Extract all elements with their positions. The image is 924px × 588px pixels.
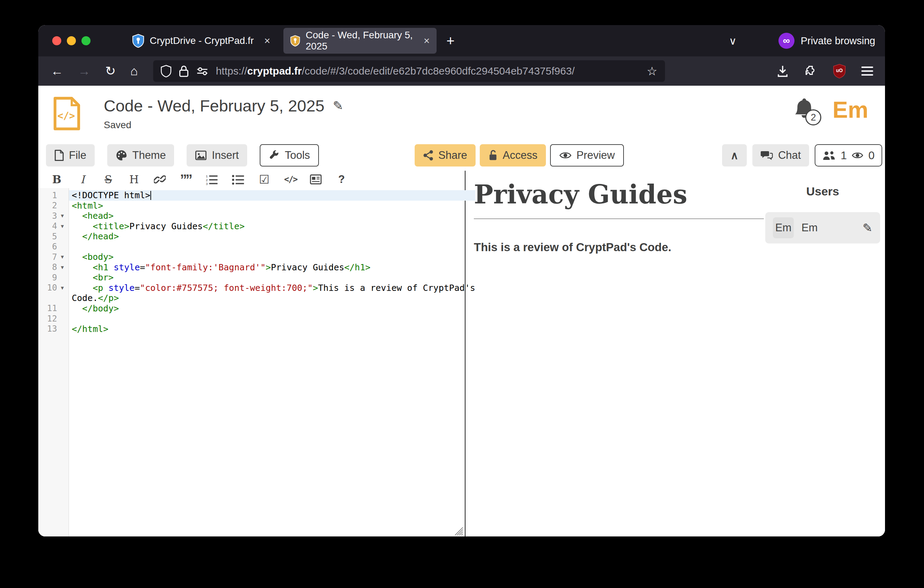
tab-cryptdrive[interactable]: CryptDrive - CryptPad.fr ×	[125, 28, 277, 54]
code-line[interactable]: </html>	[69, 324, 475, 334]
code-line[interactable]: <title>Privacy Guides</title>	[69, 221, 475, 232]
url-bar[interactable]: https://cryptpad.fr/code/#/3/code/edit/e…	[153, 60, 665, 82]
minimize-window-button[interactable]	[67, 36, 76, 45]
file-menu-button[interactable]: File	[46, 144, 95, 167]
svg-text:3: 3	[206, 182, 208, 185]
bookmark-star-icon[interactable]: ☆	[647, 64, 657, 78]
code-line[interactable]: <!DOCTYPE html>	[69, 190, 475, 201]
image-icon	[195, 150, 207, 160]
private-browsing-icon: ∞	[779, 33, 794, 49]
preview-paragraph: This is a review of CryptPad's Code.	[474, 241, 764, 254]
code-line[interactable]	[69, 242, 475, 252]
menu-hamburger-icon[interactable]	[861, 64, 873, 78]
code-line[interactable]: <h1 style="font-family:'Bagnard'">Privac…	[69, 262, 475, 273]
code-editor[interactable]: 123▾4▾567▾8▾910▾111213 <!DOCTYPE html><h…	[38, 188, 465, 537]
code-line[interactable]: Code.</p>	[69, 293, 475, 304]
tab-code[interactable]: Code - Wed, February 5, 2025 ×	[284, 28, 437, 54]
user-list-item[interactable]: Em Em ✎	[765, 212, 880, 243]
forward-button[interactable]: →	[78, 64, 91, 78]
window-controls[interactable]	[38, 36, 97, 45]
user-avatar[interactable]: Em	[832, 98, 868, 121]
code-editor-pane: B I S H ”” 123 ☑ </> ? 123▾4▾567▾8▾910▾1…	[38, 171, 465, 537]
code-line[interactable]: <p style="color:#757575; font-weight:700…	[69, 283, 475, 293]
tracking-shield-icon[interactable]	[161, 65, 171, 77]
code-line[interactable]: <br>	[69, 273, 475, 283]
unordered-list-icon[interactable]	[232, 174, 244, 185]
theme-menu-button[interactable]: Theme	[107, 144, 174, 167]
file-icon	[54, 149, 64, 161]
share-button[interactable]: Share	[415, 144, 475, 167]
heading-icon[interactable]: H	[128, 173, 140, 186]
lock-icon[interactable]	[179, 65, 189, 77]
cryptpad-gold-shield-icon	[290, 34, 300, 48]
cryptpad-blue-shield-icon	[132, 34, 144, 48]
cryptpad-app: </> Code - Wed, February 5, 2025 ✎ Saved…	[38, 86, 885, 537]
rename-pencil-icon[interactable]: ✎	[333, 99, 343, 113]
bold-icon[interactable]: B	[51, 173, 63, 186]
edit-name-pencil-icon[interactable]: ✎	[863, 221, 873, 235]
chat-bubbles-icon	[761, 150, 773, 161]
collapse-toolbar-button[interactable]: ∧	[722, 144, 747, 167]
svg-text:2: 2	[206, 178, 208, 182]
palette-icon	[116, 149, 127, 161]
back-button[interactable]: ←	[51, 64, 63, 78]
userlist-toggle-button[interactable]: 1 0	[815, 144, 882, 167]
chat-button[interactable]: Chat	[752, 144, 809, 167]
tab-label: Code - Wed, February 5, 2025	[306, 30, 413, 52]
italic-icon[interactable]: I	[77, 173, 88, 186]
help-icon[interactable]: ?	[336, 173, 347, 186]
blockquote-icon[interactable]: ””	[180, 172, 191, 187]
wrench-icon	[269, 150, 280, 161]
embed-newspaper-icon[interactable]	[310, 174, 322, 185]
chevron-up-icon: ∧	[731, 149, 738, 162]
gutter: 123▾4▾567▾8▾910▾111213	[38, 188, 69, 537]
editors-count: 1	[840, 149, 847, 162]
zoom-window-button[interactable]	[81, 36, 91, 45]
tab-list-chevron-icon[interactable]: ∨	[729, 35, 737, 47]
reload-button[interactable]: ↻	[105, 64, 116, 78]
tab-close-icon[interactable]: ×	[424, 35, 430, 47]
browser-navbar: ← → ↻ ⌂ https://cryptpad.fr/code/#/3/cod…	[38, 56, 885, 86]
viewers-eye-icon	[851, 151, 863, 160]
notifications-button[interactable]: 2	[793, 96, 817, 123]
document-title[interactable]: Code - Wed, February 5, 2025	[104, 96, 325, 115]
users-group-icon	[822, 150, 836, 161]
strikethrough-icon[interactable]: S	[102, 173, 114, 186]
user-initials-avatar: Em	[773, 217, 794, 238]
extensions-puzzle-icon[interactable]	[804, 64, 817, 78]
preview-button[interactable]: Preview	[550, 144, 624, 167]
code-line[interactable]: </head>	[69, 231, 475, 242]
users-panel-title: Users	[765, 185, 880, 198]
code-line[interactable]	[69, 314, 475, 324]
tools-menu-button[interactable]: Tools	[260, 144, 319, 167]
preview-pane: Privacy Guides This is a review of Crypt…	[465, 171, 885, 537]
url-text[interactable]: https://cryptpad.fr/code/#/3/code/edit/e…	[216, 65, 575, 77]
link-icon[interactable]	[154, 173, 166, 185]
home-button[interactable]: ⌂	[130, 64, 138, 78]
user-name: Em	[802, 221, 818, 234]
code-lines[interactable]: <!DOCTYPE html><html> <head> <title>Priv…	[69, 188, 475, 537]
ublock-origin-icon[interactable]: uO	[833, 64, 846, 78]
code-line[interactable]: <body>	[69, 252, 475, 262]
code-document-icon: </>	[53, 96, 81, 131]
code-line[interactable]: </body>	[69, 304, 475, 314]
code-line[interactable]: <head>	[69, 211, 475, 221]
downloads-icon[interactable]	[776, 64, 789, 78]
task-list-icon[interactable]: ☑	[258, 172, 270, 187]
permissions-icon[interactable]	[196, 66, 208, 76]
pane-resize-handle[interactable]	[453, 525, 464, 536]
text-cursor	[150, 191, 152, 200]
save-status: Saved	[104, 119, 343, 130]
new-tab-button[interactable]: +	[446, 33, 454, 49]
code-block-icon[interactable]: </>	[284, 175, 296, 184]
code-line[interactable]: <html>	[69, 201, 475, 211]
close-window-button[interactable]	[52, 36, 61, 45]
browser-window: CryptDrive - CryptPad.fr × Code - Wed, F…	[38, 25, 885, 537]
insert-menu-button[interactable]: Insert	[186, 144, 247, 167]
app-header: </> Code - Wed, February 5, 2025 ✎ Saved…	[38, 86, 885, 141]
svg-text:</>: </>	[58, 110, 75, 122]
ordered-list-icon[interactable]: 123	[205, 174, 218, 185]
tab-label: CryptDrive - CryptPad.fr	[150, 35, 254, 46]
tab-close-icon[interactable]: ×	[264, 35, 271, 47]
access-button[interactable]: Access	[480, 144, 546, 167]
